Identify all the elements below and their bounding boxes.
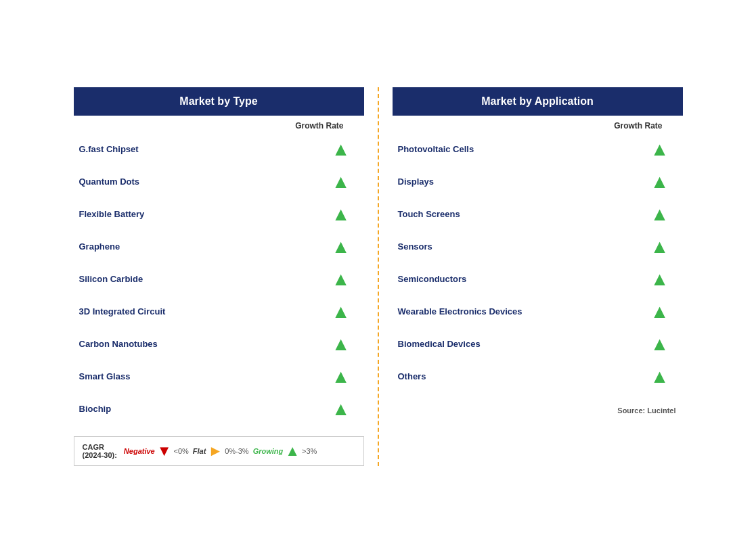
arrow-up-icon: ▲: [650, 140, 669, 159]
right-panel-header: Market by Application: [393, 87, 683, 116]
negative-label: Negative: [124, 447, 155, 455]
right-items-list: Photovoltaic Cells ▲ Displays ▲ Touch Sc…: [393, 133, 683, 393]
list-item: Quantum Dots ▲: [74, 166, 364, 198]
list-item: Smart Glass ▲: [74, 360, 364, 393]
item-label: Silicon Carbide: [74, 274, 332, 284]
negative-range: <0%: [174, 447, 189, 455]
item-label: Sensors: [393, 241, 650, 252]
arrow-up-icon: ▲: [650, 302, 669, 321]
arrow-up-sm-icon: ▲: [285, 442, 300, 460]
item-label: Biomedical Devices: [393, 339, 650, 349]
arrow-right-icon: ►: [208, 442, 223, 460]
legend-growing: Growing ▲ >3%: [253, 442, 317, 460]
list-item: Semiconductors ▲: [393, 263, 683, 296]
item-label: Biochip: [74, 404, 332, 414]
item-label: 3D Integrated Circuit: [74, 306, 332, 317]
arrow-up-icon: ▲: [650, 205, 669, 224]
flat-range: 0%-3%: [225, 447, 248, 455]
item-label: Flexible Battery: [74, 209, 332, 219]
item-label: Carbon Nanotubes: [74, 339, 332, 349]
list-item: Flexible Battery ▲: [74, 198, 364, 231]
arrow-up-icon: ▲: [332, 172, 351, 191]
item-label: Quantum Dots: [74, 177, 332, 187]
list-item: Others ▲: [393, 360, 683, 393]
arrow-up-icon: ▲: [332, 302, 351, 321]
item-label: G.fast Chipset: [74, 144, 332, 154]
right-growth-rate-label: Growth Rate: [614, 121, 662, 131]
list-item: Biomedical Devices ▲: [393, 328, 683, 360]
main-container: Market by Type Growth Rate G.fast Chipse…: [74, 74, 683, 466]
panel-divider: [378, 87, 379, 466]
cagr-label: CAGR(2024-30):: [83, 443, 117, 459]
arrow-up-icon: ▲: [650, 270, 669, 289]
arrow-down-icon: ▼: [157, 442, 172, 460]
list-item: Sensors ▲: [393, 231, 683, 263]
item-label: Others: [393, 371, 650, 381]
arrow-up-icon: ▲: [332, 237, 351, 256]
arrow-up-icon: ▲: [650, 172, 669, 191]
list-item: Touch Screens ▲: [393, 198, 683, 231]
item-label: Wearable Electronics Devices: [393, 306, 650, 317]
arrow-up-icon: ▲: [650, 367, 669, 386]
legend-box: CAGR(2024-30): Negative ▼ <0% Flat ► 0%-…: [74, 436, 364, 466]
item-label: Touch Screens: [393, 209, 650, 219]
arrow-up-icon: ▲: [650, 335, 669, 354]
list-item: Photovoltaic Cells ▲: [393, 133, 683, 166]
item-label: Smart Glass: [74, 371, 332, 381]
source-text: Source: Lucintel: [617, 406, 675, 415]
item-label: Graphene: [74, 241, 332, 252]
left-panel: Market by Type Growth Rate G.fast Chipse…: [74, 87, 364, 466]
item-label: Displays: [393, 177, 650, 187]
right-panel: Market by Application Growth Rate Photov…: [393, 87, 683, 415]
arrow-up-icon: ▲: [332, 270, 351, 289]
left-panel-header: Market by Type: [74, 87, 364, 116]
legend-negative: Negative ▼ <0%: [124, 442, 189, 460]
list-item: G.fast Chipset ▲: [74, 133, 364, 166]
arrow-up-icon: ▲: [650, 237, 669, 256]
flat-label: Flat: [193, 447, 206, 455]
list-item: Displays ▲: [393, 166, 683, 198]
left-growth-rate-label: Growth Rate: [295, 121, 343, 131]
list-item: Wearable Electronics Devices ▲: [393, 296, 683, 328]
list-item: Biochip ▲: [74, 393, 364, 425]
list-item: Silicon Carbide ▲: [74, 263, 364, 296]
arrow-up-icon: ▲: [332, 335, 351, 354]
list-item: 3D Integrated Circuit ▲: [74, 296, 364, 328]
list-item: Carbon Nanotubes ▲: [74, 328, 364, 360]
arrow-up-icon: ▲: [332, 400, 351, 419]
growing-range: >3%: [302, 447, 317, 455]
arrow-up-icon: ▲: [332, 367, 351, 386]
arrow-up-icon: ▲: [332, 205, 351, 224]
arrow-up-icon: ▲: [332, 140, 351, 159]
legend-flat: Flat ► 0%-3%: [193, 442, 249, 460]
left-items-list: G.fast Chipset ▲ Quantum Dots ▲ Flexible…: [74, 133, 364, 425]
growing-label: Growing: [253, 447, 284, 455]
item-label: Semiconductors: [393, 274, 650, 284]
item-label: Photovoltaic Cells: [393, 144, 650, 154]
right-panel-inner: Market by Application Growth Rate Photov…: [393, 87, 683, 415]
list-item: Graphene ▲: [74, 231, 364, 263]
